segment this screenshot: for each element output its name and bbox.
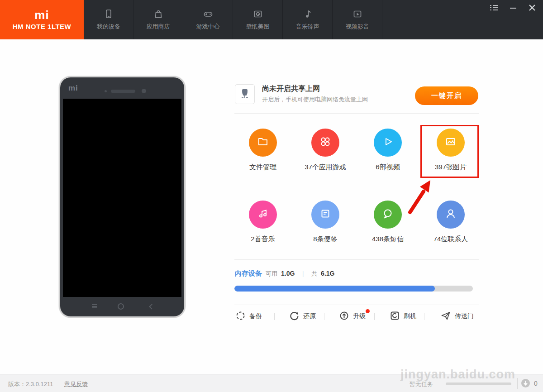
- storage-available-value: 1.0G: [281, 270, 295, 277]
- nav-item-game-center[interactable]: 游戏中心: [183, 0, 233, 39]
- download-count: 0: [534, 380, 538, 387]
- app-store-icon: [153, 9, 164, 19]
- grid-item-apps-games[interactable]: 37个应用游戏: [294, 129, 357, 172]
- grid-item-label: 74位联系人: [419, 235, 482, 244]
- upgrade-icon: [339, 311, 349, 322]
- main-content: mi 尚未开启共享上网 开启后，手机可使用电脑网络免流量上网 一键开启 文件管理…: [0, 39, 543, 374]
- grid-item-music[interactable]: 2首音乐: [232, 201, 294, 244]
- nav-item-my-device[interactable]: 我的设备: [84, 0, 133, 39]
- grid-item-contacts[interactable]: 74位联系人: [419, 201, 482, 244]
- close-icon[interactable]: [528, 4, 537, 12]
- phone-back-button-icon: [149, 304, 155, 310]
- portal-button[interactable]: 传送门: [441, 311, 474, 322]
- usb-share-icon: [235, 84, 255, 104]
- grid-item-sms[interactable]: 438条短信: [357, 201, 419, 244]
- task-progress-bar: [446, 382, 511, 385]
- divider: [324, 313, 324, 320]
- task-status: 暂无任务: [410, 380, 433, 388]
- share-title: 尚未开启共享上网: [262, 84, 320, 94]
- grid-item-label: 6部视频: [357, 163, 419, 172]
- phone-home-button-icon: [118, 303, 124, 310]
- person-icon: [443, 206, 458, 223]
- phone-camera: [142, 89, 146, 93]
- share-subtitle: 开启后，手机可使用电脑网络免流量上网: [262, 96, 368, 104]
- device-name: HM NOTE 1LTEW: [13, 23, 71, 30]
- download-icon[interactable]: [521, 379, 530, 387]
- grid-item-notes[interactable]: 8条便签: [294, 201, 357, 244]
- nav-item-wallpaper[interactable]: 壁纸美图: [233, 0, 283, 39]
- grid-item-label: 文件管理: [232, 163, 294, 172]
- divider: [234, 305, 479, 305]
- restore-icon: [290, 311, 299, 322]
- grid-item-file-manager[interactable]: 文件管理: [232, 129, 294, 172]
- grid-item-videos[interactable]: 6部视频: [357, 129, 419, 172]
- grid-item-label: 438条短信: [357, 235, 419, 244]
- phone-speaker: [111, 90, 135, 93]
- chat-icon: [381, 206, 395, 223]
- grid-item-label: 2首音乐: [232, 235, 294, 244]
- toolbar-label: 备份: [249, 312, 262, 320]
- divider: [234, 259, 479, 260]
- restore-button[interactable]: 还原: [290, 311, 316, 322]
- divider: [274, 313, 275, 320]
- title-bar: mi HM NOTE 1LTEW 我的设备 应用商店 游戏中心 壁纸美图: [0, 0, 543, 39]
- storage-info: 内存设备 可用 1.0G ｜ 共 6.1G: [235, 269, 334, 278]
- nav-item-label: 游戏中心: [196, 23, 220, 31]
- music-ringtone-icon: [302, 9, 313, 19]
- storage-total-label: 共: [311, 270, 317, 278]
- folder-icon: [256, 134, 270, 151]
- toolbar-label: 传送门: [455, 312, 474, 320]
- portal-icon: [441, 311, 451, 322]
- main-nav: 我的设备 应用商店 游戏中心 壁纸美图 音乐铃声: [84, 0, 382, 39]
- grid-item-label: 397张图片: [419, 163, 482, 172]
- music-icon: [256, 206, 270, 223]
- feedback-link[interactable]: 意见反馈: [64, 380, 88, 388]
- nav-item-label: 我的设备: [97, 23, 120, 31]
- version-text: 版本：2.3.0.1211: [8, 380, 53, 388]
- flash-rom-button[interactable]: 刷机: [390, 311, 416, 322]
- toolbar-label: 升级: [353, 312, 366, 320]
- note-icon: [318, 206, 333, 223]
- storage-total-value: 6.1G: [321, 270, 334, 277]
- phone-menu-button-icon: [92, 304, 97, 308]
- window-controls: [490, 4, 537, 12]
- notification-dot: [366, 309, 370, 313]
- image-icon: [443, 134, 458, 151]
- status-bar: 版本：2.3.0.1211 意见反馈 暂无任务 0: [0, 374, 543, 392]
- storage-progress-fill: [234, 286, 435, 292]
- device-block: mi HM NOTE 1LTEW: [0, 0, 84, 39]
- phone-preview: mi: [59, 76, 186, 318]
- nav-item-label: 应用商店: [147, 23, 170, 31]
- divider: [424, 313, 424, 320]
- grid-item-pictures[interactable]: 397张图片: [419, 129, 482, 172]
- storage-progress-bar: [234, 286, 473, 292]
- toolbar-label: 还原: [303, 312, 316, 320]
- divider: [234, 113, 479, 114]
- nav-item-label: 视频影音: [346, 23, 369, 31]
- storage-available-label: 可用: [266, 270, 277, 278]
- nav-item-app-store[interactable]: 应用商店: [133, 0, 183, 39]
- grid-item-label: 8条便签: [294, 235, 357, 244]
- backup-button[interactable]: 备份: [236, 311, 262, 322]
- backup-icon: [236, 311, 245, 322]
- phone-sensor-dot: [105, 90, 107, 92]
- wallpaper-icon: [252, 9, 263, 19]
- my-device-icon: [103, 9, 114, 19]
- nav-item-label: 音乐铃声: [296, 23, 319, 31]
- nav-item-label: 壁纸美图: [246, 23, 270, 31]
- storage-separator: ｜: [298, 270, 308, 278]
- one-key-enable-button[interactable]: 一键开启: [415, 86, 478, 105]
- minimize-icon[interactable]: [509, 4, 518, 12]
- game-center-icon: [203, 9, 214, 19]
- flash-icon: [390, 311, 400, 322]
- apps-icon: [318, 134, 333, 151]
- play-icon: [381, 134, 395, 151]
- nav-item-video-media[interactable]: 视频影音: [333, 0, 382, 39]
- phone-mi-logo: mi: [68, 84, 78, 93]
- window-menu-icon[interactable]: [490, 4, 499, 12]
- divider: [374, 313, 375, 320]
- nav-item-music-ringtone[interactable]: 音乐铃声: [283, 0, 333, 39]
- mi-logo: mi: [34, 9, 49, 21]
- upgrade-button[interactable]: 升级: [339, 311, 366, 322]
- toolbar-label: 刷机: [404, 312, 416, 320]
